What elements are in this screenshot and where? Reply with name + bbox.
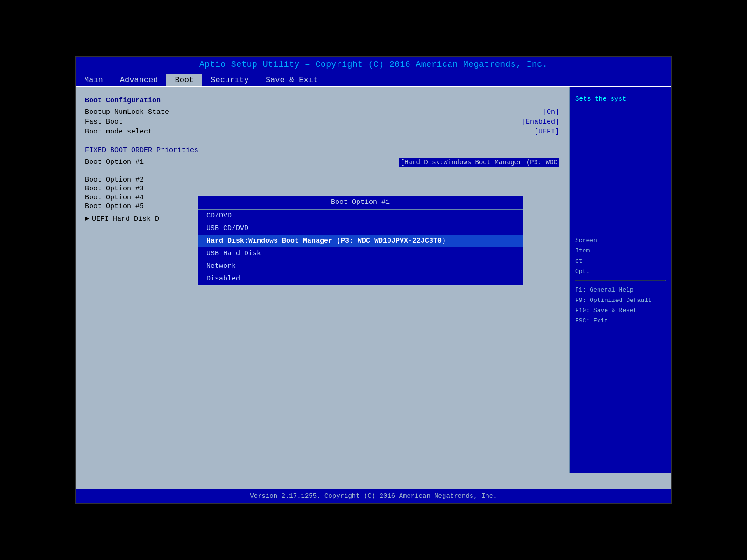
uefi-hard-disk-label[interactable]: UEFI Hard Disk D [92,215,159,223]
help-f10: F10: Save & Reset [575,306,666,316]
title-bar: Aptio Setup Utility – Copyright (C) 2016… [76,57,671,72]
dropdown-item-usbharddisk[interactable]: USB Hard Disk [198,247,523,260]
nav-boot[interactable]: Boot [166,74,202,86]
boot-option-3-label: Boot Option #3 [85,185,144,193]
help-f1: F1: General Help [575,285,666,295]
footer-text: Version 2.17.1255. Copyright (C) 2016 Am… [250,492,497,500]
ct-label: ct [575,256,666,266]
bootmode-label: Boot mode select [85,128,152,136]
boot-option-1-value[interactable]: [Hard Disk:Windows Boot Manager (P3: WDC [399,158,559,167]
uefi-arrow-icon: ► [85,215,89,223]
help-esc: ESC: Exit [575,316,666,326]
nav-advanced[interactable]: Advanced [112,74,167,86]
content-area: Boot Configuration Bootup NumLock State … [76,87,671,473]
fastboot-value[interactable]: [Enabled] [521,118,559,126]
boot-option-1-label: Boot Option #1 [85,158,144,167]
dropdown-item-cddvd[interactable]: CD/DVD [198,210,523,222]
left-panel: Boot Configuration Bootup NumLock State … [76,87,569,473]
dropdown-item-disabled[interactable]: Disabled [198,273,523,285]
setting-fastboot: Fast Boot [Enabled] [85,118,559,126]
dropdown-item-harddisk[interactable]: Hard Disk:Windows Boot Manager (P3: WDC … [198,235,523,247]
right-panel-screen-info: Screen Item ct Opt. [575,236,666,277]
dropdown-item-usbcddvd[interactable]: USB CD/DVD [198,222,523,235]
boot-option-dropdown[interactable]: Boot Option #1 CD/DVD USB CD/DVD Hard Di… [197,195,524,286]
section-header: Boot Configuration [85,97,559,105]
boot-option-4-label: Boot Option #4 [85,194,144,202]
title-text: Aptio Setup Utility – Copyright (C) 2016… [199,60,548,69]
boot-option-2-row: Boot Option #2 [85,176,559,184]
boot-option-2-label: Boot Option #2 [85,176,144,184]
opt-label: Opt. [575,266,666,277]
nav-save-exit[interactable]: Save & Exit [257,74,326,86]
item-label: Item [575,246,666,256]
nav-main[interactable]: Main [76,74,112,86]
screen-label: Screen [575,236,666,246]
right-panel-top-text: Sets the syst [575,94,666,105]
right-panel: Sets the syst Screen Item ct Opt. F1: Ge… [569,87,671,473]
boot-option-3-row: Boot Option #3 [85,185,559,193]
setting-numlock: Bootup NumLock State [On] [85,108,559,116]
help-f9: F9: Optimized Default [575,295,666,306]
setting-bootmode: Boot mode select [UEFI] [85,128,559,136]
bios-screen: Aptio Setup Utility – Copyright (C) 2016… [75,56,672,504]
numlock-value[interactable]: [On] [543,108,559,116]
fastboot-label: Fast Boot [85,118,123,126]
footer-bar: Version 2.17.1255. Copyright (C) 2016 Am… [76,489,671,503]
numlock-label: Bootup NumLock State [85,108,169,116]
fixed-boot-header: FIXED BOOT ORDER Priorities [85,147,559,154]
nav-security[interactable]: Security [202,74,257,86]
boot-option-5-label: Boot Option #5 [85,203,144,210]
nav-bar: Main Advanced Boot Security Save & Exit [76,72,671,87]
boot-option-1-row: Boot Option #1 [Hard Disk:Windows Boot M… [85,158,559,167]
divider [85,140,559,140]
dropdown-item-network[interactable]: Network [198,260,523,273]
bootmode-value[interactable]: [UEFI] [534,128,559,136]
dropdown-title: Boot Option #1 [198,196,523,210]
